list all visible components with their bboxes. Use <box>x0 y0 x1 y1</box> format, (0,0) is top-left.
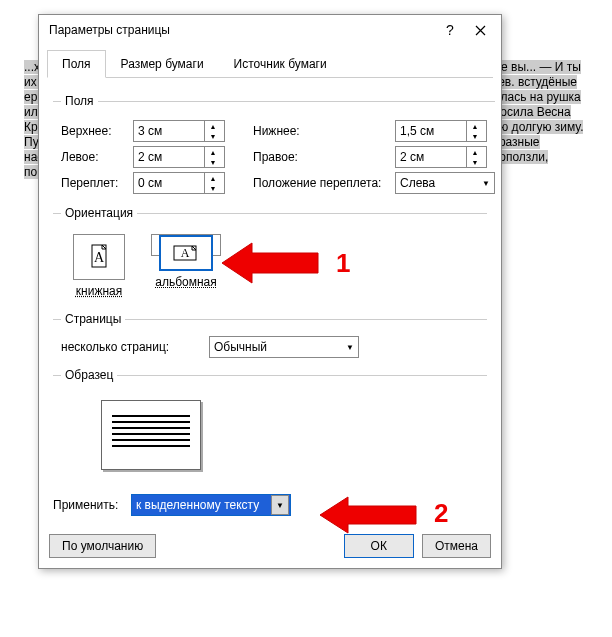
pages-group: Страницы несколько страниц: Обычный ▼ <box>53 312 487 358</box>
orientation-legend: Ориентация <box>61 206 137 220</box>
left-margin-input[interactable] <box>134 147 204 167</box>
right-margin-field[interactable]: ▲▼ <box>395 146 487 168</box>
multipage-select[interactable]: Обычный ▼ <box>209 336 359 358</box>
spin-up-icon[interactable]: ▲ <box>205 121 221 131</box>
orientation-group: Ориентация A книжная A альбомная <box>53 206 487 302</box>
annotation-label-2: 2 <box>434 498 448 529</box>
margins-group: Поля Верхнее: ▲▼ Нижнее: ▲▼ Левое: ▲▼ <box>53 94 495 196</box>
pages-legend: Страницы <box>61 312 125 326</box>
spin-up-icon[interactable]: ▲ <box>205 173 221 183</box>
left-margin-field[interactable]: ▲▼ <box>133 146 225 168</box>
portrait-icon: A <box>73 234 125 280</box>
dialog-title: Параметры страницы <box>49 23 435 37</box>
svg-text:A: A <box>181 246 190 260</box>
left-margin-label: Левое: <box>61 150 133 164</box>
right-margin-label: Правое: <box>253 150 395 164</box>
margins-legend: Поля <box>61 94 98 108</box>
orientation-portrait[interactable]: A книжная <box>69 234 129 298</box>
default-button[interactable]: По умолчанию <box>49 534 156 558</box>
gutter-pos-value: Слева <box>400 176 435 190</box>
apply-select[interactable]: к выделенному тексту ▼ <box>131 494 291 516</box>
apply-label: Применить: <box>53 498 131 512</box>
chevron-down-icon: ▼ <box>346 343 354 352</box>
gutter-field[interactable]: ▲▼ <box>133 172 225 194</box>
dialog-titlebar: Параметры страницы ? <box>39 15 501 45</box>
orientation-landscape[interactable]: A альбомная <box>151 234 221 256</box>
landscape-label: альбомная <box>155 275 217 289</box>
page-setup-dialog: Параметры страницы ? Поля Размер бумаги … <box>38 14 502 569</box>
spin-up-icon[interactable]: ▲ <box>467 121 483 131</box>
bottom-margin-label: Нижнее: <box>253 124 395 138</box>
multipage-label: несколько страниц: <box>61 340 209 354</box>
gutter-pos-label: Положение переплета: <box>253 176 395 190</box>
spin-down-icon[interactable]: ▼ <box>467 157 483 167</box>
close-button[interactable] <box>465 16 495 44</box>
help-button[interactable]: ? <box>435 16 465 44</box>
chevron-down-icon: ▼ <box>271 495 289 515</box>
tab-margins[interactable]: Поля <box>47 50 106 78</box>
top-margin-input[interactable] <box>134 121 204 141</box>
top-margin-field[interactable]: ▲▼ <box>133 120 225 142</box>
sample-legend: Образец <box>61 368 117 382</box>
bottom-margin-input[interactable] <box>396 121 466 141</box>
gutter-label: Переплет: <box>61 176 133 190</box>
bottom-margin-field[interactable]: ▲▼ <box>395 120 487 142</box>
top-margin-label: Верхнее: <box>61 124 133 138</box>
ok-button[interactable]: ОК <box>344 534 414 558</box>
dialog-button-bar: По умолчанию ОК Отмена <box>39 528 501 568</box>
page-preview <box>101 400 201 470</box>
spin-down-icon[interactable]: ▼ <box>205 157 221 167</box>
landscape-icon: A <box>159 235 213 271</box>
gutter-pos-select[interactable]: Слева ▼ <box>395 172 495 194</box>
apply-value: к выделенному тексту <box>136 498 259 512</box>
multipage-value: Обычный <box>214 340 267 354</box>
svg-text:A: A <box>94 250 105 265</box>
apply-row: Применить: к выделенному тексту ▼ <box>53 492 487 524</box>
chevron-down-icon: ▼ <box>482 179 490 188</box>
spin-down-icon[interactable]: ▼ <box>205 131 221 141</box>
tab-paper-source[interactable]: Источник бумаги <box>219 50 342 78</box>
right-margin-input[interactable] <box>396 147 466 167</box>
portrait-label: книжная <box>76 284 122 298</box>
spin-down-icon[interactable]: ▼ <box>467 131 483 141</box>
annotation-label-1: 1 <box>336 248 350 279</box>
spin-up-icon[interactable]: ▲ <box>467 147 483 157</box>
tab-paper-size[interactable]: Размер бумаги <box>106 50 219 78</box>
spin-up-icon[interactable]: ▲ <box>205 147 221 157</box>
cancel-button[interactable]: Отмена <box>422 534 491 558</box>
gutter-input[interactable] <box>134 173 204 193</box>
dialog-tabs: Поля Размер бумаги Источник бумаги <box>47 45 493 78</box>
sample-group: Образец <box>53 368 487 482</box>
spin-down-icon[interactable]: ▼ <box>205 183 221 193</box>
